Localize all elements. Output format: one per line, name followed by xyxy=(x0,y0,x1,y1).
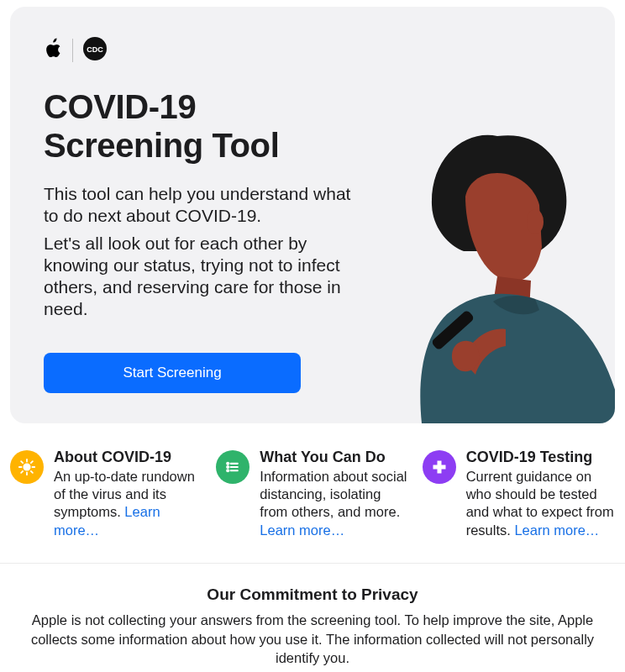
svg-line-11 xyxy=(21,470,23,472)
privacy-body: Apple is not collecting your answers fro… xyxy=(20,611,605,667)
svg-point-4 xyxy=(23,463,30,470)
svg-point-2 xyxy=(527,209,544,234)
virus-icon xyxy=(10,450,44,484)
feature-text: Current guidance on who should be tested… xyxy=(466,468,615,540)
feature-text: Information about social distancing, iso… xyxy=(260,468,408,540)
svg-line-10 xyxy=(31,470,33,472)
svg-line-12 xyxy=(31,461,33,463)
svg-point-14 xyxy=(227,462,228,464)
svg-line-9 xyxy=(21,461,23,463)
page-title: COVID-19 Screening Tool xyxy=(44,87,380,165)
learn-more-link[interactable]: Learn more… xyxy=(260,522,344,538)
svg-point-18 xyxy=(227,470,228,471)
medical-cross-icon xyxy=(423,450,456,484)
feature-title: What You Can Do xyxy=(260,449,408,466)
feature-title: About COVID-19 xyxy=(54,449,202,466)
start-screening-button[interactable]: Start Screening xyxy=(44,353,301,393)
learn-more-link[interactable]: Learn more… xyxy=(514,522,599,538)
feature-about: About COVID-19 An up-to-date rundown of … xyxy=(10,449,202,540)
apple-logo-icon xyxy=(44,38,62,63)
feature-title: COVID-19 Testing xyxy=(466,449,615,466)
svg-text:CDC: CDC xyxy=(87,45,103,54)
feature-testing: COVID-19 Testing Current guidance on who… xyxy=(423,449,615,540)
list-icon xyxy=(216,450,249,484)
cdc-logo-icon: CDC xyxy=(83,37,107,64)
feature-what-you-can-do: What You Can Do Information about social… xyxy=(216,449,408,540)
logo-row: CDC xyxy=(44,37,615,64)
privacy-title: Our Commitment to Privacy xyxy=(20,585,605,604)
hero-section: CDC COVID-19 Screening Tool This tool ca… xyxy=(10,7,615,423)
feature-text: An up-to-date rundown of the virus and i… xyxy=(54,468,202,540)
privacy-section: Our Commitment to Privacy Apple is not c… xyxy=(0,564,625,672)
hero-description-2: Let's all look out for each other by kno… xyxy=(44,233,363,321)
person-with-phone-illustration xyxy=(371,113,615,423)
hero-description-1: This tool can help you understand what t… xyxy=(44,183,363,228)
logo-divider xyxy=(72,39,73,62)
svg-point-16 xyxy=(227,466,228,468)
features-row: About COVID-19 An up-to-date rundown of … xyxy=(0,423,625,564)
